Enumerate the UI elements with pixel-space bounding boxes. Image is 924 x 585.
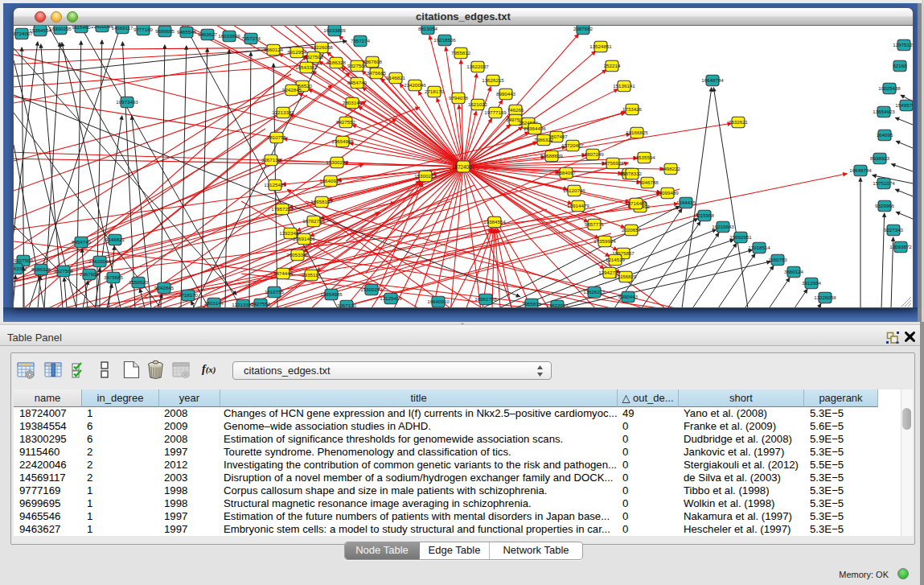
svg-text:13524851: 13524851 xyxy=(589,43,612,49)
svg-text:16543362: 16543362 xyxy=(295,64,318,70)
svg-text:1214519: 1214519 xyxy=(606,257,626,262)
svg-text:16648784: 16648784 xyxy=(849,167,872,173)
svg-text:10025438: 10025438 xyxy=(878,85,901,91)
svg-text:19166825: 19166825 xyxy=(626,130,648,135)
svg-text:19654985: 19654985 xyxy=(331,138,354,144)
svg-text:8813054: 8813054 xyxy=(418,26,438,31)
svg-text:9327508: 9327508 xyxy=(54,268,74,274)
svg-text:17018514: 17018514 xyxy=(748,245,770,250)
svg-text:15300273: 15300273 xyxy=(360,286,383,292)
svg-text:9227343: 9227343 xyxy=(884,227,904,233)
svg-text:12093872: 12093872 xyxy=(889,244,912,249)
svg-text:19384554: 19384554 xyxy=(29,27,51,33)
svg-text:8215958: 8215958 xyxy=(695,212,715,218)
svg-text:23420046: 23420046 xyxy=(88,258,111,264)
svg-text:23420046: 23420046 xyxy=(404,82,426,88)
svg-text:15046788: 15046788 xyxy=(636,179,659,185)
svg-text:15720407: 15720407 xyxy=(561,142,584,148)
svg-text:13622037: 13622037 xyxy=(546,303,569,307)
svg-text:8938923: 8938923 xyxy=(870,155,890,161)
svg-text:15300273: 15300273 xyxy=(326,159,348,165)
svg-text:1621022: 1621022 xyxy=(468,101,488,107)
svg-text:9242845: 9242845 xyxy=(154,285,175,290)
svg-text:3475685: 3475685 xyxy=(367,70,387,76)
svg-text:8454749: 8454749 xyxy=(72,239,92,245)
svg-text:16640910: 16640910 xyxy=(427,299,450,304)
svg-text:13226058: 13226058 xyxy=(310,44,333,50)
svg-text:22420046: 22420046 xyxy=(91,26,113,29)
svg-text:2367608: 2367608 xyxy=(363,59,383,64)
svg-text:9699695: 9699695 xyxy=(155,28,175,34)
svg-text:15716485: 15716485 xyxy=(625,200,647,206)
svg-text:13125419: 13125419 xyxy=(380,295,402,301)
svg-text:20691406: 20691406 xyxy=(293,236,315,241)
svg-text:19756928: 19756928 xyxy=(602,160,624,166)
svg-text:164095: 164095 xyxy=(877,132,893,138)
svg-text:16210643: 16210643 xyxy=(712,224,734,229)
svg-text:10688609: 10688609 xyxy=(540,153,563,159)
svg-text:3267130: 3267130 xyxy=(261,157,281,163)
svg-text:16543362: 16543362 xyxy=(14,266,27,271)
svg-text:16640910: 16640910 xyxy=(319,178,342,183)
svg-text:1498222: 1498222 xyxy=(661,166,681,171)
svg-text:9474444: 9474444 xyxy=(273,270,294,276)
svg-text:1733426: 1733426 xyxy=(622,106,643,112)
svg-text:19218506: 19218506 xyxy=(433,37,456,43)
svg-text:16033809: 16033809 xyxy=(218,33,240,39)
svg-text:16033809: 16033809 xyxy=(323,27,346,33)
svg-text:1810755: 1810755 xyxy=(265,289,285,295)
svg-text:13535594: 13535594 xyxy=(633,154,655,160)
svg-text:16782759: 16782759 xyxy=(302,218,325,224)
svg-text:12213382: 12213382 xyxy=(272,109,294,115)
svg-text:17359924: 17359924 xyxy=(593,238,616,244)
svg-text:16120746: 16120746 xyxy=(563,187,585,193)
svg-text:19654985: 19654985 xyxy=(320,291,343,297)
svg-text:7955812: 7955812 xyxy=(451,50,471,56)
svg-text:746266: 746266 xyxy=(507,107,524,113)
svg-text:9327503: 9327503 xyxy=(304,54,324,60)
svg-text:16648784: 16648784 xyxy=(701,77,724,83)
svg-text:2718170: 2718170 xyxy=(425,89,445,94)
svg-text:62160: 62160 xyxy=(893,63,907,68)
svg-text:7955812: 7955812 xyxy=(522,301,542,307)
svg-text:8990443: 8990443 xyxy=(618,294,639,299)
svg-text:2020657: 2020657 xyxy=(622,227,642,233)
svg-text:8427552: 8427552 xyxy=(336,119,356,125)
svg-text:9657771: 9657771 xyxy=(585,221,605,227)
svg-text:5878332: 5878332 xyxy=(622,171,643,176)
svg-text:16961758: 16961758 xyxy=(474,296,497,302)
svg-text:15136141: 15136141 xyxy=(613,83,635,89)
svg-text:13622037: 13622037 xyxy=(466,64,489,69)
svg-text:13654923: 13654923 xyxy=(873,109,895,114)
svg-text:3660124: 3660124 xyxy=(264,47,284,52)
svg-text:1810755: 1810755 xyxy=(267,134,287,140)
svg-text:18807249: 18807249 xyxy=(581,151,604,157)
svg-text:9777169: 9777169 xyxy=(133,27,154,32)
svg-text:9327503: 9327503 xyxy=(14,257,34,263)
svg-text:8990443: 8990443 xyxy=(496,91,516,97)
svg-text:20364436: 20364436 xyxy=(524,126,546,131)
svg-text:9684067: 9684067 xyxy=(556,170,577,175)
svg-text:8186328: 8186328 xyxy=(31,266,51,272)
svg-text:9242845: 9242845 xyxy=(282,87,302,93)
svg-text:8186328: 8186328 xyxy=(326,60,347,65)
svg-text:1244415: 1244415 xyxy=(676,200,696,205)
svg-text:2087682: 2087682 xyxy=(573,26,593,31)
svg-text:9146821: 9146821 xyxy=(105,237,125,242)
svg-text:10973493: 10973493 xyxy=(116,99,138,105)
svg-text:15300273: 15300273 xyxy=(414,173,437,179)
svg-text:8427552: 8427552 xyxy=(251,301,271,307)
svg-text:9463627: 9463627 xyxy=(198,31,218,37)
svg-text:3912954: 3912954 xyxy=(802,280,822,286)
svg-text:15495758: 15495758 xyxy=(895,102,913,108)
svg-text:2803144: 2803144 xyxy=(204,300,224,306)
svg-text:19384554: 19384554 xyxy=(483,219,506,225)
svg-text:7357274: 7357274 xyxy=(351,38,371,43)
svg-text:2367608: 2367608 xyxy=(80,271,100,277)
svg-text:7632621: 7632621 xyxy=(729,119,749,125)
svg-text:2718170: 2718170 xyxy=(179,292,199,298)
svg-text:3267130: 3267130 xyxy=(337,303,357,307)
svg-text:15692951: 15692951 xyxy=(729,234,752,240)
svg-text:19777169: 19777169 xyxy=(484,109,507,115)
svg-text:2803144: 2803144 xyxy=(343,100,363,105)
